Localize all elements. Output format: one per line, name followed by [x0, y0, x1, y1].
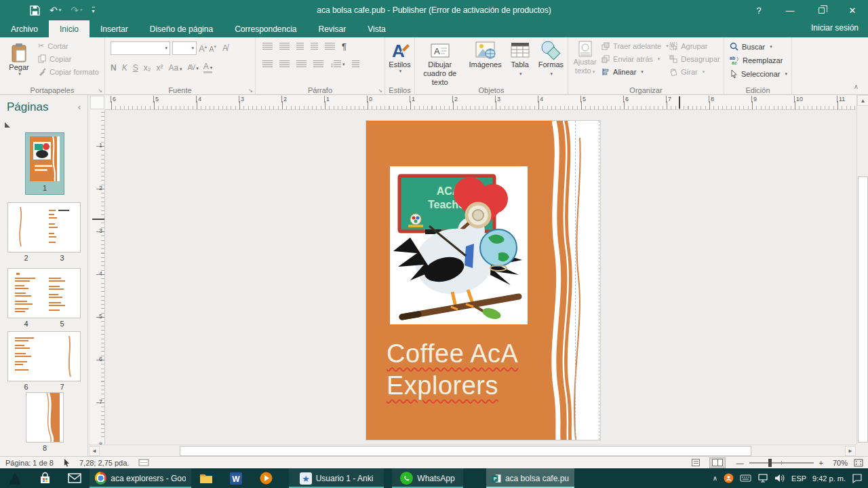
action-center-icon[interactable]: [852, 474, 863, 483]
font-name-select[interactable]: ▾: [111, 41, 170, 55]
network-icon[interactable]: [757, 474, 768, 483]
group-button[interactable]: Agrupar: [669, 42, 724, 50]
cover-title-text[interactable]: Coffee AcA Explorers: [387, 338, 578, 402]
grow-font-button[interactable]: A▴: [199, 43, 207, 54]
numbering-icon[interactable]: [279, 43, 290, 51]
touch-keyboard-icon[interactable]: [740, 474, 751, 483]
zoom-in-button[interactable]: +: [819, 459, 823, 467]
clock[interactable]: 9:42 p. m.: [812, 474, 846, 483]
select-button[interactable]: Seleccionar▾: [730, 69, 791, 78]
underline-button[interactable]: S: [133, 63, 138, 73]
tab-diseno-de-pagina[interactable]: Diseño de página: [139, 20, 224, 37]
anki-taskbar-button[interactable]: ★ Usuario 1 - Anki: [289, 468, 384, 488]
mail-taskbar-button[interactable]: [60, 468, 90, 488]
tab-insertar[interactable]: Insertar: [90, 20, 139, 37]
page-thumbnail-4-5[interactable]: 45: [7, 268, 81, 318]
publisher-taskbar-button[interactable]: P aca bolsa cafe.pub - ...: [486, 468, 574, 488]
align-right-icon[interactable]: [296, 60, 307, 69]
replace-button[interactable]: abac Reemplazar: [730, 56, 791, 64]
media-player-taskbar-button[interactable]: [251, 468, 281, 488]
scroll-left-button[interactable]: ◄: [89, 446, 100, 456]
collapse-ribbon-button[interactable]: ∧: [854, 83, 859, 90]
vertical-ruler[interactable]: 12345678: [90, 110, 105, 445]
tab-inicio[interactable]: Inicio: [49, 20, 90, 37]
font-color-button[interactable]: A▾: [203, 62, 213, 73]
copy-button[interactable]: Copiar: [38, 54, 99, 63]
start-button[interactable]: [0, 468, 30, 488]
send-backward-button[interactable]: Enviar atrás▾: [601, 55, 669, 63]
tab-archivo[interactable]: Archivo: [0, 20, 49, 37]
page-thumbnail-8[interactable]: 8: [26, 392, 64, 443]
decrease-indent-icon[interactable]: [296, 43, 304, 51]
minimize-button[interactable]: —: [774, 0, 806, 20]
format-painter-button[interactable]: Copiar formato: [38, 67, 99, 76]
rotate-button[interactable]: Girar▾: [669, 68, 724, 76]
tab-vista[interactable]: Vista: [357, 20, 396, 37]
speaker-icon[interactable]: [774, 474, 785, 483]
whatsapp-taskbar-button[interactable]: WhatsApp: [392, 468, 463, 488]
paste-button[interactable]: Pegar ▾: [4, 40, 34, 85]
table-button[interactable]: Tabla ▾: [506, 37, 534, 78]
scroll-right-button[interactable]: ►: [845, 446, 856, 456]
zoom-slider[interactable]: [749, 462, 814, 464]
subscript-button[interactable]: x₂: [144, 63, 151, 73]
horizontal-scrollbar-thumb[interactable]: [180, 446, 751, 456]
ungroup-button[interactable]: Desagrupar: [669, 55, 724, 63]
sign-in-link[interactable]: Iniciar sesión: [811, 23, 859, 33]
font-dialog-launcher[interactable]: ↘: [248, 88, 253, 94]
two-page-view-button[interactable]: [709, 457, 726, 468]
close-button[interactable]: ✕: [837, 0, 868, 20]
store-taskbar-button[interactable]: [30, 468, 60, 488]
pages-panel-resize-handle[interactable]: [5, 122, 10, 128]
cover-image-box[interactable]: ACA Teacher: [390, 166, 528, 324]
bullets-icon[interactable]: [262, 43, 273, 51]
increase-indent-icon[interactable]: [311, 43, 318, 51]
page-thumbnail-2-3[interactable]: 23: [7, 202, 81, 252]
change-case-button[interactable]: Aa▾: [168, 63, 182, 73]
fit-page-button[interactable]: [853, 458, 864, 468]
shapes-button[interactable]: Formas ▾: [534, 37, 568, 78]
scroll-up-button[interactable]: ▲: [857, 95, 868, 106]
character-spacing-button[interactable]: AV▾: [188, 64, 198, 71]
chrome-taskbar-button[interactable]: aca exploresrs - Goo...: [90, 468, 191, 488]
align-button[interactable]: Alinear▾: [601, 68, 669, 76]
page-thumbnail-6-7[interactable]: 67: [7, 331, 81, 381]
publication-page[interactable]: ACA Teacher: [366, 121, 600, 440]
help-button[interactable]: ?: [743, 0, 774, 20]
zoom-level[interactable]: 70%: [829, 459, 848, 467]
language-indicator[interactable]: ESP: [791, 474, 806, 483]
single-page-view-button[interactable]: [688, 457, 704, 468]
tab-revisar[interactable]: Revisar: [308, 20, 357, 37]
font-size-select[interactable]: ▾: [172, 41, 197, 55]
vertical-scrollbar-thumb[interactable]: [858, 176, 868, 443]
word-taskbar-button[interactable]: W: [221, 468, 251, 488]
cut-button[interactable]: ✂Cortar: [38, 41, 99, 50]
clipboard-dialog-launcher[interactable]: ↘: [98, 88, 102, 94]
bold-button[interactable]: N: [111, 63, 117, 73]
file-explorer-taskbar-button[interactable]: [191, 468, 221, 488]
page-indicator[interactable]: Página: 1 de 8: [5, 459, 54, 467]
wrap-text-button[interactable]: Ajustar texto▾: [568, 37, 601, 76]
align-center-icon[interactable]: [279, 60, 290, 69]
paragraph-dialog-launcher[interactable]: ↘: [378, 88, 382, 94]
italic-button[interactable]: K: [122, 63, 127, 73]
align-left-icon[interactable]: [262, 60, 273, 69]
vertical-scrollbar[interactable]: ▲: [856, 95, 868, 445]
images-button[interactable]: Imágenes: [465, 37, 505, 69]
horizontal-ruler[interactable]: 65432101234567891011: [105, 95, 856, 110]
tab-correspondencia[interactable]: Correspondencia: [224, 20, 307, 37]
page-thumbnail-1[interactable]: 1: [25, 132, 64, 195]
zoom-out-button[interactable]: —: [736, 459, 744, 467]
line-spacing-button[interactable]: ↕▾: [330, 60, 345, 69]
show-paragraph-marks-button[interactable]: ¶: [342, 41, 347, 52]
styles-button[interactable]: A Estilos ▾: [385, 37, 414, 74]
clear-formatting-button[interactable]: A̸: [222, 43, 228, 53]
superscript-button[interactable]: x²: [156, 63, 163, 73]
restore-button[interactable]: [806, 0, 837, 20]
avast-tray-icon[interactable]: [724, 473, 734, 483]
zoom-slider-thumb[interactable]: [768, 459, 772, 467]
columns-icon[interactable]: [325, 43, 335, 51]
collapse-pages-panel-button[interactable]: ‹: [78, 102, 81, 112]
draw-text-box-button[interactable]: A Dibujar cuadro de texto: [415, 37, 465, 87]
shrink-font-button[interactable]: A▾: [209, 44, 216, 53]
